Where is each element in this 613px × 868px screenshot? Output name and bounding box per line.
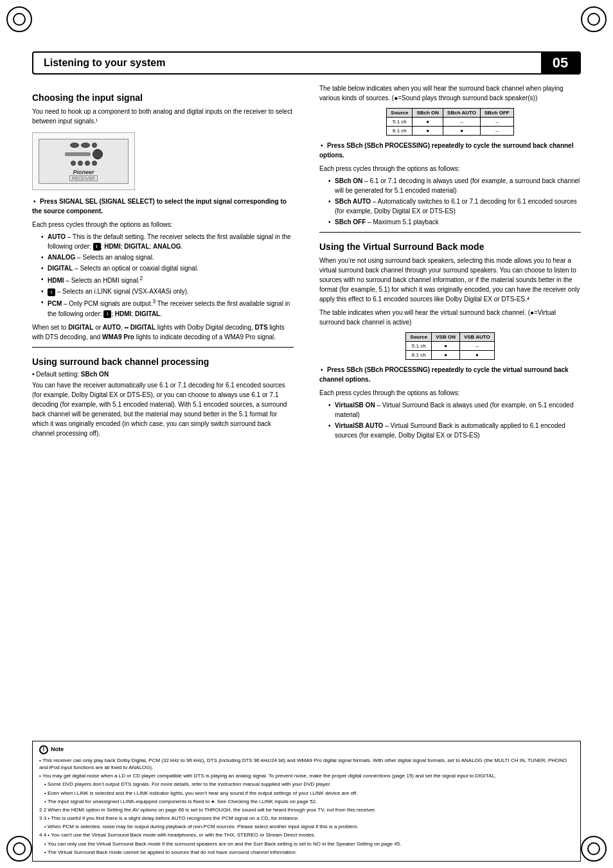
section-virtual-surround: Using the Virtual Surround Back mode Whe…	[319, 242, 581, 440]
section-choosing-input: Choosing the input signal You need to ho…	[32, 93, 294, 342]
sbch-option-off: SBch OFF – Maximum 5.1 playback	[327, 217, 581, 227]
vsb-option-auto: VirtualSB AUTO – Virtual Surround Back i…	[327, 421, 581, 440]
receiver-middle-row	[65, 149, 103, 159]
press-vsb-text: Press SBch (SBch PROCESSING) repeatedly …	[319, 366, 569, 383]
press-instruction-text: Press SIGNAL SEL (SIGNAL SELECT) to sele…	[32, 198, 287, 215]
digital-auto-note: When set to DIGITAL or AUTO, ▪▪ DIGITAL …	[32, 323, 294, 342]
vsb-table-intro2: The table indicates when you will hear t…	[319, 308, 581, 327]
surround-table: Source SBch ON SBch AUTO SBch OFF 5.1 ch…	[386, 108, 513, 136]
vsb-press-intro: Each press cycles through the options as…	[319, 388, 581, 398]
divider-1	[32, 347, 294, 348]
sbch-options-list: SBch ON – 6.1 or 7.1 decoding is always …	[327, 176, 581, 227]
receiver-knob	[93, 149, 103, 159]
table-cell-61-off: –	[481, 127, 514, 136]
ilink-icon-2: i	[48, 288, 55, 296]
page-title: Listening to your system	[33, 57, 541, 69]
note-box: ! Note • This receiver can only play bac…	[32, 741, 581, 862]
table-cell-51-on: ●	[413, 118, 443, 127]
receiver-btn1	[70, 143, 79, 148]
receiver-btn3	[92, 143, 97, 148]
note-item-10: • You can only use the Virtual Surround …	[44, 840, 574, 847]
vsb-table-header-auto: VSB AUTO	[459, 333, 494, 342]
note-content: • This receiver can only play back Dolby…	[39, 757, 574, 856]
sbch-press-intro: Each press cycles through the options as…	[319, 164, 581, 173]
note-item-6: 2 2 When the HDMI option in Setting the …	[39, 806, 574, 813]
section2-heading: Using surround back channel processing	[32, 357, 294, 367]
left-column: Choosing the input signal You need to ho…	[32, 84, 300, 817]
note-item-4: • Even when i.LINK is selected and the i…	[44, 790, 574, 797]
receiver-pioneer-logo: Pioneer	[73, 169, 94, 175]
input-options-list: AUTO – This is the default setting. The …	[40, 232, 294, 319]
receiver-btn7	[92, 161, 97, 166]
note-item-1: • This receiver can only play back Dolby…	[39, 757, 574, 771]
ilink-icon-3: i	[103, 310, 111, 318]
note-item-11: • The Virtual Surround Back mode cannot …	[44, 849, 574, 856]
receiver-label: RECEIVER	[69, 175, 98, 181]
header-bar: Listening to your system 05	[32, 51, 581, 75]
table-header-sbch-on: SBch ON	[413, 109, 443, 118]
section-surround-back: Using surround back channel processing •…	[32, 357, 294, 438]
vsb-table-header-on: VSB ON	[432, 333, 460, 342]
receiver-btn4	[71, 161, 76, 166]
sbch-option-auto: SBch AUTO – Automatically switches to 6.…	[327, 197, 581, 216]
vsb-options-list: VirtualSB ON – Virtual Surround Back is …	[327, 400, 581, 440]
corner-decoration-tl	[6, 6, 32, 32]
section2-body: You can have the receiver automatically …	[32, 380, 294, 438]
option-ilink: i – Selects an i.LINK signal (VSX-AX4ASi…	[40, 287, 294, 296]
receiver-front-panel: Pioneer RECEIVER	[39, 139, 129, 184]
vsb-heading: Using the Virtual Surround Back mode	[319, 242, 581, 252]
receiver-display	[65, 152, 91, 156]
virtual-surround-table: Source VSB ON VSB AUTO 5.1 ch ● – 6.1 ch…	[405, 332, 495, 360]
press-sbch-instruction: Press SBch (SBch PROCESSING) repeatedly …	[319, 141, 581, 160]
note-item-8: • When PCM is selected, noise may be out…	[44, 823, 574, 830]
vsb-table-cell-51: 5.1 ch	[406, 342, 432, 351]
receiver-btn5	[78, 161, 83, 166]
section1-heading: Choosing the input signal	[32, 93, 294, 103]
press-intro-1: Each press cycles through the options as…	[32, 220, 294, 229]
vsb-body1: When you’re not using surround back spea…	[319, 256, 581, 304]
right-table-intro: The table below indicates when you will …	[319, 84, 581, 103]
corner-inner-tl	[13, 13, 26, 26]
chapter-number: 05	[541, 51, 580, 75]
vsb-table-cell-61-on: ●	[432, 351, 460, 360]
dd-icon: ▪▪	[125, 324, 129, 333]
option-hdmi: HDMI – Selects an HDMI signal.2	[40, 274, 294, 285]
section1-intro: You need to hook up a component to both …	[32, 107, 294, 126]
table-cell-61: 6.1 ch	[387, 127, 413, 136]
note-item-5: • The input signal for unassigned i.LINK…	[44, 798, 574, 805]
divider-2	[319, 232, 581, 233]
option-pcm: PCM – Only PCM signals are output.3 The …	[40, 297, 294, 318]
table-cell-51-off: –	[481, 118, 514, 127]
corner-inner-bl	[13, 842, 26, 855]
receiver-image: Pioneer RECEIVER	[32, 132, 135, 190]
ilink-icon-1: i	[93, 243, 101, 251]
vsb-table-cell-51-on: ●	[432, 342, 460, 351]
corner-decoration-tr	[581, 6, 607, 32]
note-item-7: 3 3 • This is useful if you find there i…	[39, 815, 574, 822]
receiver-top-row	[70, 143, 97, 148]
table-cell-51: 5.1 ch	[387, 118, 413, 127]
vsb-option-on: VirtualSB ON – Virtual Surround Back is …	[327, 400, 581, 420]
vsb-table-cell-61-auto: ●	[459, 351, 494, 360]
option-auto: AUTO – This is the default setting. The …	[40, 232, 294, 251]
press-sbch-text: Press SBch (SBch PROCESSING) repeatedly …	[319, 142, 573, 159]
vsb-table-header-source: Source	[406, 333, 432, 342]
table-header-sbch-off: SBch OFF	[481, 109, 514, 118]
note-item-9: 4 4 • You can’t use the Virtual Surround…	[39, 831, 574, 838]
content-area: Choosing the input signal You need to ho…	[32, 84, 581, 817]
table-header-sbch-auto: SBch AUTO	[443, 109, 481, 118]
table-cell-51-auto: –	[443, 118, 481, 127]
vsb-table-cell-61: 6.1 ch	[406, 351, 432, 360]
receiver-btn2	[81, 143, 90, 148]
receiver-btn6	[85, 161, 90, 166]
table-cell-61-on: ●	[413, 127, 443, 136]
option-digital: DIGITAL – Selects an optical or coaxial …	[40, 263, 294, 273]
press-vsb-instruction: Press SBch (SBch PROCESSING) repeatedly …	[319, 365, 581, 384]
note-icon: !	[39, 745, 48, 754]
note-item-2: • You may get digital noise when a LD or…	[39, 772, 574, 779]
corner-inner-tr	[587, 13, 600, 26]
vsb-table-cell-51-auto: –	[459, 342, 494, 351]
page-container: Listening to your system 05 Choosing the…	[0, 0, 613, 868]
table-header-source: Source	[387, 109, 413, 118]
table-cell-61-auto: ●	[443, 127, 481, 136]
